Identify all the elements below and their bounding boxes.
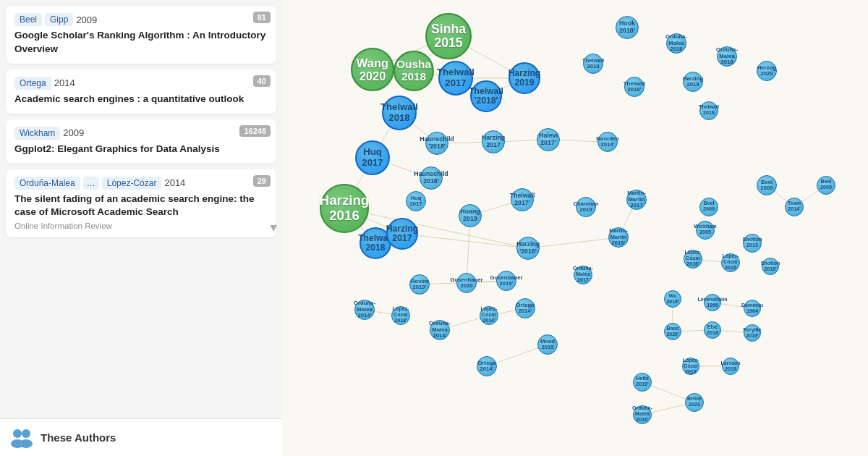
paper-card-3[interactable]: 16248 Wickham 2009 Ggplot2: Elegant Grap… [6, 119, 276, 164]
graph-node-lopezcozar2018[interactable]: López-Cózar 2018' [391, 306, 410, 325]
graph-node-ordunamalea2014b[interactable]: Orduña-Malea 2014' [430, 320, 450, 340]
graph-node-huq2017b[interactable]: Huq 2017 [406, 191, 426, 211]
graph-node-lopezcozar2018b[interactable]: López-Cózar 2018 [682, 358, 699, 375]
graph-node-wu2019[interactable]: Wu 2019' [664, 290, 681, 308]
graph-node-birkle2020[interactable]: Birkle 2020 [685, 393, 704, 412]
graph-node-wang2020[interactable]: Wang 2020 [351, 48, 394, 91]
paper-title-2: Academic search engines : a quantitative… [14, 93, 268, 106]
graph-node-chaoman2019[interactable]: Chaoman 2019 [576, 197, 596, 217]
author-tag-wickham[interactable]: Wickham [14, 127, 60, 140]
scroll-down-indicator[interactable]: ▼ [268, 221, 279, 235]
graph-node-ordunamalea2018b[interactable]: Orduña-Malea 2018 [717, 46, 737, 67]
citation-badge-4: 29 [253, 175, 271, 187]
these-authors-label: These Authors [41, 431, 116, 444]
graph-canvas[interactable]: Sinha 2015Wang 2020Ousha 2018Thelwall 20… [282, 0, 868, 456]
graph-node-shotton2018[interactable]: Shotton 2018' [762, 258, 779, 275]
right-panel: Sinha 2015Wang 2020Ousha 2018Thelwall 20… [282, 0, 868, 456]
paper-card-2[interactable]: 40 Ortega 2014 Academic search engines :… [6, 69, 276, 114]
authors-3: Wickham 2009 [14, 127, 268, 140]
graph-node-martinmartin2018[interactable]: Martin-Martin 2018' [608, 227, 629, 248]
graph-node-wickham2009[interactable]: Wickham 2009 [696, 221, 715, 240]
graph-node-thelwall2018d[interactable]: Thelwall 2018' [624, 77, 644, 97]
paper-year-4: 2014 [164, 177, 185, 188]
paper-list[interactable]: 81 Beel Gipp 2009 Google Scholar's Ranki… [0, 0, 282, 418]
graph-node-damerau1964[interactable]: Damerau 1964 [744, 300, 761, 317]
graph-node-beel2009a[interactable]: Beel 2009 [757, 175, 777, 195]
author-tag-lopezcozar[interactable]: López-Cózar [102, 177, 162, 190]
these-authors-icon [10, 426, 33, 449]
graph-node-lopezcozar2014[interactable]: López-Cózar 2014' [480, 306, 498, 325]
author-tag-ordunamalea[interactable]: Orduña-Malea [14, 177, 80, 190]
paper-year-2: 2014 [54, 77, 75, 88]
paper-card-4[interactable]: 29 Orduña-Malea … López-Cózar 2014 The s… [6, 169, 276, 238]
graph-node-larsson2018[interactable]: Larsson 2018 [722, 358, 739, 375]
graph-node-lopezcozar2016a[interactable]: López-Cózar 2016' [684, 250, 702, 269]
graph-node-helbi2019[interactable]: Helbi 2019' [633, 373, 652, 392]
graph-node-gusenbauer2020[interactable]: Gusenbauer 2020 [456, 273, 477, 293]
svg-point-3 [20, 439, 33, 448]
graph-node-haunschild2018b[interactable]: Haunschild 2018' [420, 166, 443, 190]
graph-node-beel2009b[interactable]: Beel 2009 [817, 176, 835, 195]
graph-node-else2018[interactable]: Else 2018 [704, 321, 721, 339]
these-authors-bar[interactable]: These Authors [0, 418, 282, 456]
graph-node-herzog2020[interactable]: Herzog 2020 [757, 61, 777, 81]
graph-node-harzing2017b[interactable]: Harzing 2017 [386, 218, 418, 250]
graph-node-thelwall2018e[interactable]: Thelwall 2018 [699, 101, 718, 120]
citation-badge-2: 40 [253, 75, 271, 87]
authors-icon-svg [10, 428, 33, 448]
graph-node-ordunamalea2018a[interactable]: Orduña-Malea 2018 [666, 33, 686, 54]
paper-journal-4: Online Information Review [14, 221, 268, 230]
svg-point-1 [22, 429, 30, 438]
graph-node-harzing2016a[interactable]: Harzing 2016 [320, 184, 369, 233]
graph-node-thelwall2017b[interactable]: Thelwall 2017' [511, 188, 534, 211]
graph-node-foryille2019[interactable]: Foryille 2019' [744, 324, 761, 342]
paper-title-3: Ggplot2: Elegant Graphics for Data Analy… [14, 143, 268, 156]
graph-node-hook2018[interactable]: Hook 2018' [616, 16, 639, 39]
graph-node-thelwall2018c[interactable]: Thelwall 2018 [382, 96, 417, 130]
graph-node-huq2017[interactable]: Huq 2017 [355, 140, 390, 175]
author-tag-beel[interactable]: Beel [14, 13, 42, 26]
author-tag-gipp[interactable]: Gipp [45, 13, 73, 26]
author-tag-ortega[interactable]: Ortega [14, 77, 51, 90]
paper-title-4: The silent fading of an academic search … [14, 193, 268, 220]
graph-node-ortega2014[interactable]: Ortega 2014' [515, 298, 535, 318]
graph-node-noorden2014[interactable]: Noorden 2014' [597, 132, 618, 152]
graph-node-ordunamalea2014a[interactable]: Orduña-Malea 2014' [354, 300, 375, 320]
authors-2: Ortega 2014 [14, 77, 268, 90]
graph-node-harzing2016b[interactable]: Harzing '2016' [516, 237, 540, 260]
graph-node-thelwall2018a[interactable]: Thelwall 2018 [583, 54, 603, 74]
graph-node-levenshtein1966[interactable]: Levenshtein 1966 [704, 294, 721, 311]
graph-node-ortega2014b[interactable]: Ortega 2014' [477, 356, 497, 376]
graph-node-ordunamalea2018c[interactable]: Orduña-Malea 2018' [633, 405, 652, 424]
left-panel: 81 Beel Gipp 2009 Google Scholar's Ranki… [0, 0, 282, 456]
graph-node-halevi2017[interactable]: Halevi 2017' [537, 128, 560, 151]
graph-node-ordunamalea2017[interactable]: Orduña-Malea 2017 [574, 266, 592, 284]
graph-node-martinmartin2017[interactable]: Martin-Martin 2017 [626, 190, 647, 210]
graph-node-lopezcozar2016b[interactable]: López-Cózar 2016 [721, 253, 740, 272]
graph-node-gusenbauer2019[interactable]: Gusenbauer 2019' [496, 271, 516, 291]
graph-node-harzing2019[interactable]: Harzing 2019 [509, 62, 540, 94]
paper-card-1[interactable]: 81 Beel Gipp 2009 Google Scholar's Ranki… [6, 6, 276, 64]
graph-node-haunschild2018a[interactable]: Haunschild '2018' [425, 132, 448, 155]
svg-line-28 [528, 237, 618, 248]
graph-node-rovira2019[interactable]: Rovira 2019' [409, 274, 430, 295]
paper-title-1: Google Scholar's Ranking Algorithm : An … [14, 29, 268, 56]
graph-node-beel2009c[interactable]: Beel 2009 [699, 198, 718, 216]
graph-node-harzing2017[interactable]: Harzing 2017 [482, 130, 505, 153]
graph-node-ousha2018[interactable]: Ousha 2018 [393, 51, 434, 91]
graph-node-huang2019[interactable]: Huang 2019 [459, 204, 482, 227]
graph-node-thelwall2017a[interactable]: Thelwall 2017 [438, 61, 473, 96]
graph-node-moed2015[interactable]: Moed 2015 [537, 334, 558, 355]
graph-node-sinha2015[interactable]: Sinha 2015 [425, 13, 472, 59]
citation-badge-3: 16248 [239, 125, 271, 137]
paper-year-1: 2009 [76, 14, 97, 25]
svg-line-21 [402, 234, 528, 248]
paper-year-3: 2009 [63, 127, 84, 138]
graph-node-thelwall2018b[interactable]: Thelwall '2018' [470, 80, 502, 112]
graph-node-harzing2018[interactable]: Harzing 2019 [683, 72, 703, 92]
ellipsis-tag: … [83, 177, 99, 190]
graph-node-team2014[interactable]: Team 2014' [785, 198, 804, 216]
authors-4: Orduña-Malea … López-Cózar 2014 [14, 177, 268, 190]
graph-node-shotton2013[interactable]: Shotton 2013 [743, 234, 762, 253]
graph-node-baas2020[interactable]: Baas 2020' [664, 323, 681, 340]
